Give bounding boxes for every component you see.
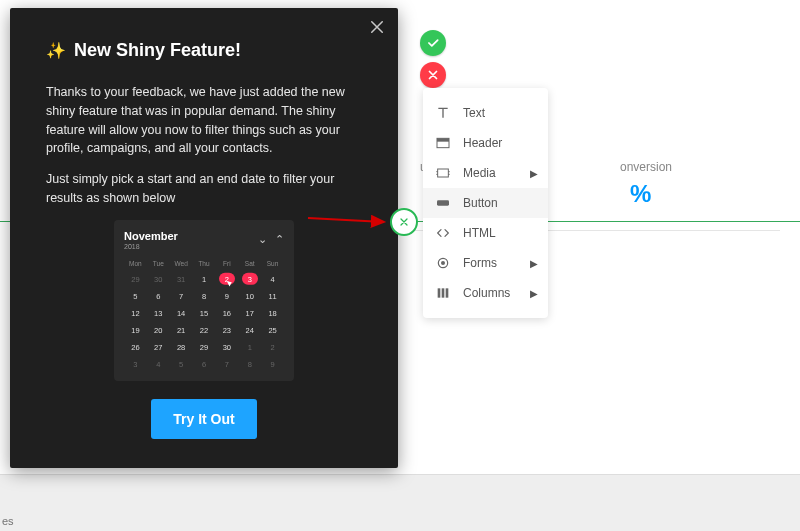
svg-rect-6 [438,288,441,297]
feature-modal: ✨ New Shiny Feature! Thanks to your feed… [10,8,398,468]
confirm-button[interactable] [420,30,446,56]
calendar-day[interactable]: 8 [238,356,261,373]
calendar-day[interactable]: 28 [170,339,193,356]
calendar-day[interactable]: 11 [261,288,284,305]
calendar-day[interactable]: 7 [215,356,238,373]
calendar-day[interactable]: 5 [124,288,147,305]
calendar-day[interactable]: 23 [215,322,238,339]
calendar-day[interactable]: 29 [124,271,147,288]
bg-label-conversion: onversion [620,160,672,174]
calendar-day[interactable]: 26 [124,339,147,356]
calendar-day[interactable]: 31 [170,271,193,288]
media-icon [435,165,451,181]
calendar-day[interactable]: 9 [215,288,238,305]
calendar-day[interactable]: 2 [215,271,238,288]
calendar-dow: Thu [193,258,216,271]
tool-columns[interactable]: Columns ▶ [423,278,548,308]
cancel-button[interactable] [420,62,446,88]
element-toolbox: Text Header Media ▶ Button HTML Forms ▶ … [423,88,548,318]
tool-forms[interactable]: Forms ▶ [423,248,548,278]
remove-guide-button[interactable] [390,208,418,236]
calendar-day[interactable]: 19 [124,322,147,339]
chevron-right-icon: ▶ [530,288,538,299]
calendar-day[interactable]: 29 [193,339,216,356]
calendar-day[interactable]: 12 [124,305,147,322]
calendar-day[interactable]: 1 [238,339,261,356]
calendar-grid: MonTueWedThuFriSatSun2930311234567891011… [124,258,284,373]
calendar-day[interactable]: 18 [261,305,284,322]
calendar-day[interactable]: 3 [124,356,147,373]
calendar-day[interactable]: 6 [193,356,216,373]
calendar-day[interactable]: 14 [170,305,193,322]
calendar-day[interactable]: 24 [238,322,261,339]
calendar-day[interactable]: 22 [193,322,216,339]
svg-rect-7 [442,288,445,297]
calendar-day[interactable]: 21 [170,322,193,339]
close-button[interactable] [368,18,386,40]
bg-stat-value: % [630,180,651,208]
x-icon [426,68,440,82]
calendar-year: 2018 [124,243,178,250]
calendar-day[interactable]: 10 [238,288,261,305]
calendar-day[interactable]: 6 [147,288,170,305]
close-icon [368,18,386,36]
modal-title-text: New Shiny Feature! [74,40,241,61]
calendar-day[interactable]: 7 [170,288,193,305]
calendar-dow: Sun [261,258,284,271]
calendar-day[interactable]: 20 [147,322,170,339]
calendar-day[interactable]: 9 [261,356,284,373]
chevron-right-icon: ▶ [530,168,538,179]
tool-label: Text [463,106,485,120]
tool-label: Columns [463,286,510,300]
calendar-dow: Fri [215,258,238,271]
app-stage: { "modal": { "title": "New Shiny Feature… [0,0,800,531]
calendar-day[interactable]: 16 [215,305,238,322]
calendar-day[interactable]: 13 [147,305,170,322]
try-it-out-button[interactable]: Try It Out [151,399,256,439]
calendar-day[interactable]: 5 [170,356,193,373]
button-icon [435,195,451,211]
date-range-calendar[interactable]: November 2018 ⌄ ⌃ MonTueWedThuFriSatSun2… [114,220,294,381]
svg-point-5 [441,261,445,265]
tool-html[interactable]: HTML [423,218,548,248]
calendar-day[interactable]: 4 [261,271,284,288]
tool-label: Forms [463,256,497,270]
calendar-day[interactable]: 8 [193,288,216,305]
calendar-dow: Wed [170,258,193,271]
calendar-month: November [124,230,178,242]
x-icon [398,216,410,228]
calendar-day[interactable]: 17 [238,305,261,322]
tool-media[interactable]: Media ▶ [423,158,548,188]
calendar-day[interactable]: 30 [147,271,170,288]
columns-icon [435,285,451,301]
tool-label: HTML [463,226,496,240]
calendar-day[interactable]: 15 [193,305,216,322]
calendar-day[interactable]: 2 [261,339,284,356]
calendar-day[interactable]: 25 [261,322,284,339]
header-icon [435,135,451,151]
calendar-day[interactable]: 1 [193,271,216,288]
chevron-right-icon: ▶ [530,258,538,269]
calendar-dow: Mon [124,258,147,271]
calendar-day[interactable]: 3 [238,271,261,288]
bg-bottom-label: es [2,515,14,527]
calendar-day[interactable]: 4 [147,356,170,373]
bg-bottom-bar: es [0,474,800,531]
svg-rect-8 [446,288,449,297]
calendar-dow: Sat [238,258,261,271]
modal-paragraph-2: Just simply pick a start and an end date… [46,170,362,208]
svg-rect-1 [437,138,449,141]
tool-button[interactable]: Button [423,188,548,218]
forms-icon [435,255,451,271]
tool-header[interactable]: Header [423,128,548,158]
sparkle-icon: ✨ [46,41,66,60]
modal-paragraph-1: Thanks to your feedback, we have just ad… [46,83,362,158]
modal-title: ✨ New Shiny Feature! [46,40,362,61]
calendar-day[interactable]: 30 [215,339,238,356]
tool-text[interactable]: Text [423,98,548,128]
tool-label: Header [463,136,502,150]
svg-rect-3 [437,200,449,205]
calendar-next[interactable]: ⌃ [275,233,284,246]
calendar-day[interactable]: 27 [147,339,170,356]
calendar-prev[interactable]: ⌄ [258,233,267,246]
